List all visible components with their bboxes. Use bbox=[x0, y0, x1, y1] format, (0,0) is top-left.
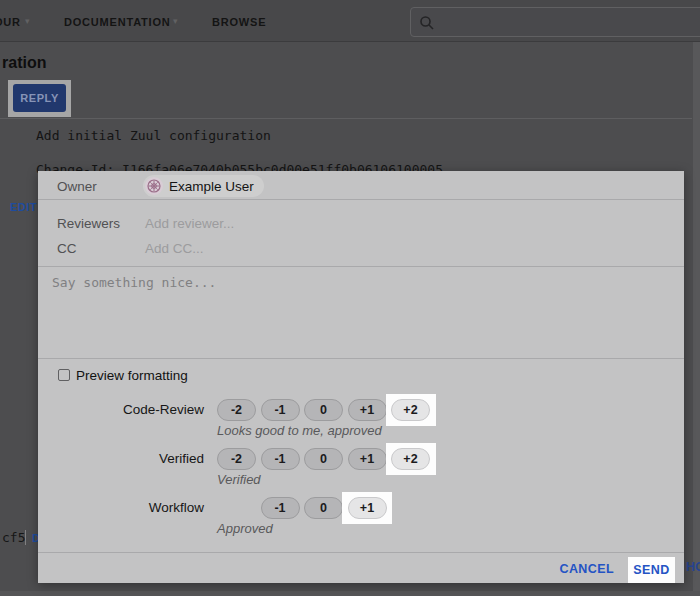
vote-button-workflow-0[interactable]: 0 bbox=[304, 497, 343, 519]
owner-chip[interactable]: Example User bbox=[143, 175, 264, 197]
reviewers-label: Reviewers bbox=[57, 216, 120, 231]
vote-button-workflow-+1[interactable]: +1 bbox=[348, 497, 387, 519]
score-row: Workflow-10+1Approved bbox=[38, 490, 684, 539]
vote-button-code-review-+2[interactable]: +2 bbox=[391, 399, 430, 421]
commit-sha-partial: cf5 bbox=[2, 530, 25, 545]
preview-formatting-label: Preview formatting bbox=[76, 368, 188, 383]
divider bbox=[38, 199, 684, 200]
send-button[interactable]: SEND bbox=[633, 563, 669, 577]
owner-name: Example User bbox=[169, 179, 254, 194]
score-label: Workflow bbox=[38, 500, 204, 515]
top-navbar: OUR ▾ DOCUMENTATION ▾ BROWSE bbox=[0, 0, 700, 42]
vote-button-code-review-0[interactable]: 0 bbox=[304, 399, 343, 421]
divider bbox=[25, 530, 26, 545]
chevron-down-icon: ▾ bbox=[173, 16, 178, 26]
divider bbox=[38, 358, 684, 359]
reply-button[interactable]: REPLY bbox=[13, 84, 66, 112]
vote-button-workflow--1[interactable]: -1 bbox=[261, 497, 300, 519]
vote-button-verified-+2[interactable]: +2 bbox=[391, 448, 430, 470]
reply-highlight-box: REPLY bbox=[8, 80, 71, 117]
footer-edge bbox=[0, 591, 700, 596]
send-highlight-box: SEND bbox=[628, 557, 675, 583]
add-reviewer-input[interactable]: Add reviewer... bbox=[145, 216, 234, 231]
dialog-actions: CANCEL SEND bbox=[38, 552, 684, 583]
reply-dialog: Owner Example User Reviewers Add reviewe… bbox=[38, 171, 684, 583]
vote-pills: -2-10+1+2 bbox=[217, 448, 447, 470]
score-row: Code-Review-2-10+1+2Looks good to me, ap… bbox=[38, 392, 684, 441]
commit-message: Add initial Zuul configuration bbox=[36, 128, 271, 143]
background-link-partial[interactable]: HO bbox=[686, 560, 700, 574]
reply-message-textarea[interactable]: Say something nice... bbox=[52, 275, 216, 290]
score-hint: Approved bbox=[217, 521, 273, 536]
search-input[interactable] bbox=[410, 7, 700, 37]
score-hint: Verified bbox=[217, 472, 261, 487]
cancel-button[interactable]: CANCEL bbox=[560, 562, 614, 576]
search-icon bbox=[419, 15, 435, 35]
cc-label: CC bbox=[57, 241, 77, 256]
vote-button-verified--2[interactable]: -2 bbox=[217, 448, 256, 470]
chevron-down-icon: ▾ bbox=[25, 16, 30, 26]
vote-button-code-review-+1[interactable]: +1 bbox=[348, 399, 387, 421]
score-rows: Code-Review-2-10+1+2Looks good to me, ap… bbox=[38, 392, 684, 539]
owner-label: Owner bbox=[57, 179, 97, 194]
avatar bbox=[145, 177, 163, 195]
vote-pills: -2-10+1+2 bbox=[217, 399, 447, 421]
vote-button-verified--1[interactable]: -1 bbox=[261, 448, 300, 470]
gerrit-reply-screenshot: OUR ▾ DOCUMENTATION ▾ BROWSE ration REPL… bbox=[0, 0, 700, 596]
page-title: ration bbox=[2, 54, 46, 72]
content-divider bbox=[0, 118, 692, 119]
vote-button-verified-+1[interactable]: +1 bbox=[348, 448, 387, 470]
nav-item-documentation[interactable]: DOCUMENTATION bbox=[64, 16, 171, 28]
score-label: Code-Review bbox=[38, 402, 204, 417]
vote-button-code-review--2[interactable]: -2 bbox=[217, 399, 256, 421]
score-hint: Looks good to me, approved bbox=[217, 423, 382, 438]
nav-item-your[interactable]: OUR bbox=[0, 16, 21, 28]
add-cc-input[interactable]: Add CC... bbox=[145, 241, 204, 256]
preview-formatting-checkbox[interactable] bbox=[58, 369, 70, 381]
vote-pills: -10+1 bbox=[217, 497, 447, 519]
score-row: Verified-2-10+1+2Verified bbox=[38, 441, 684, 490]
nav-item-browse[interactable]: BROWSE bbox=[212, 16, 266, 28]
scrollbar[interactable] bbox=[693, 42, 700, 596]
divider bbox=[38, 266, 684, 267]
score-label: Verified bbox=[38, 451, 204, 466]
vote-button-verified-0[interactable]: 0 bbox=[304, 448, 343, 470]
vote-button-code-review--1[interactable]: -1 bbox=[261, 399, 300, 421]
edit-link[interactable]: EDIT bbox=[10, 201, 37, 213]
